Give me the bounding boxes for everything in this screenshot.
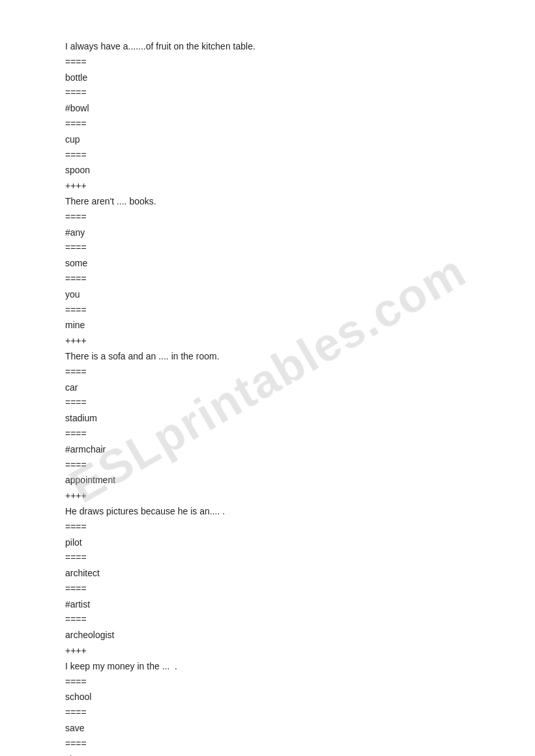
content-line-9: ++++ — [65, 178, 470, 194]
content-line-16: you — [65, 287, 470, 303]
content-line-36: #artist — [65, 597, 470, 613]
content-line-30: He draws pictures because he is an.... . — [65, 504, 470, 520]
content-line-11: ==== — [65, 210, 470, 225]
content-line-34: architect — [65, 566, 470, 581]
content-line-38: archeologist — [65, 628, 470, 643]
content-line-39: ++++ — [65, 643, 470, 659]
content-line-6: cup — [65, 132, 470, 148]
content-line-19: ++++ — [65, 333, 470, 349]
content-line-41: ==== — [65, 675, 470, 690]
content-line-12: #any — [65, 225, 470, 241]
content-line-7: ==== — [65, 148, 470, 163]
content-line-43: ==== — [65, 705, 470, 721]
content-line-5: ==== — [65, 117, 470, 132]
content-line-8: spoon — [65, 163, 470, 178]
content-line-33: ==== — [65, 550, 470, 566]
content-line-21: ==== — [65, 365, 470, 380]
content-line-0: I always have a.......of fruit on the ki… — [65, 39, 470, 55]
content-line-42: school — [65, 690, 470, 705]
content-line-29: ++++ — [65, 488, 470, 504]
content-line-24: stadium — [65, 411, 470, 427]
content-line-17: ==== — [65, 303, 470, 318]
content-line-4: #bowl — [65, 101, 470, 117]
content-line-15: ==== — [65, 272, 470, 287]
content-line-28: appointment — [65, 473, 470, 488]
content-line-18: mine — [65, 318, 470, 333]
content-line-14: some — [65, 256, 470, 272]
content-line-40: I keep my money in the ... . — [65, 659, 470, 675]
content-line-20: There is a sofa and an .... in the room. — [65, 349, 470, 365]
content-line-32: pilot — [65, 535, 470, 551]
content-line-1: ==== — [65, 55, 470, 70]
content-line-25: ==== — [65, 427, 470, 442]
content-line-46: shop — [65, 752, 470, 756]
content-line-44: save — [65, 721, 470, 736]
content-line-22: car — [65, 380, 470, 396]
content-line-35: ==== — [65, 581, 470, 597]
content-line-23: ==== — [65, 395, 470, 411]
content-line-13: ==== — [65, 240, 470, 256]
content-line-27: ==== — [65, 458, 470, 473]
content-line-37: ==== — [65, 612, 470, 628]
quiz-content: I always have a.......of fruit on the ki… — [65, 39, 470, 756]
content-line-3: ==== — [65, 85, 470, 101]
content-line-10: There aren't .... books. — [65, 194, 470, 210]
content-line-45: ==== — [65, 736, 470, 752]
content-line-31: ==== — [65, 520, 470, 535]
content-line-2: bottle — [65, 70, 470, 86]
content-line-26: #armchair — [65, 442, 470, 458]
